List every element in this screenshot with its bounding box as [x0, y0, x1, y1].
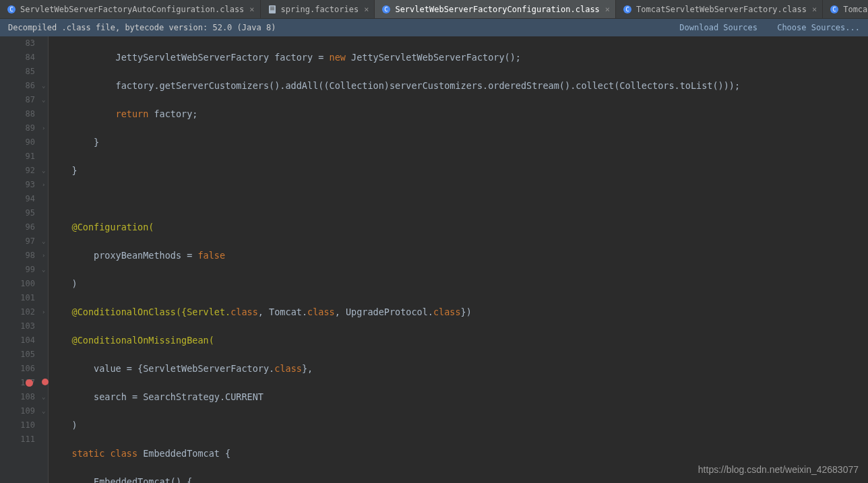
- breakpoint-marker[interactable]: [42, 379, 49, 385]
- svg-rect-4: [270, 8, 274, 9]
- choose-sources-link[interactable]: Choose Sources...: [777, 23, 860, 32]
- close-icon[interactable]: ×: [364, 5, 369, 14]
- download-sources-link[interactable]: Download Sources: [679, 23, 757, 32]
- class-icon: C: [830, 5, 839, 14]
- tab-label: TomcatWebServerFactoryCusto: [843, 5, 868, 14]
- tab-tomcat-servlet-factory[interactable]: C TomcatServletWebServerFactory.class ×: [616, 0, 823, 18]
- svg-text:C: C: [832, 6, 836, 13]
- fold-gutter: ⌄⌄›⌄›⌄›⌄›⌄⌄: [40, 36, 49, 483]
- svg-text:C: C: [625, 6, 629, 13]
- line-number-gutter: 8384858687888990919293949596979899100101…: [0, 36, 40, 483]
- close-icon[interactable]: ×: [249, 5, 254, 14]
- code-editor[interactable]: 8384858687888990919293949596979899100101…: [0, 36, 868, 483]
- class-icon: C: [7, 5, 16, 14]
- code-area[interactable]: JettyServletWebServerFactory factory = n…: [49, 36, 868, 483]
- class-icon: C: [623, 5, 632, 14]
- close-icon[interactable]: ×: [605, 5, 610, 14]
- class-icon: C: [381, 5, 391, 14]
- svg-rect-3: [270, 7, 274, 7]
- tab-tomcat-webserver-custo[interactable]: C TomcatWebServerFactoryCusto: [823, 0, 868, 18]
- tab-spring-factories[interactable]: spring.factories ×: [261, 0, 375, 18]
- svg-text:C: C: [9, 6, 13, 13]
- close-icon[interactable]: ×: [812, 5, 817, 14]
- tab-label: ServletWebServerFactoryConfiguration.cla…: [395, 5, 599, 14]
- tab-label: ServletWebServerFactoryAutoConfiguration…: [20, 5, 244, 14]
- tab-label: spring.factories: [281, 5, 359, 14]
- svg-text:C: C: [385, 6, 388, 13]
- svg-rect-5: [270, 9, 274, 10]
- decompiled-banner: Decompiled .class file, bytecode version…: [0, 19, 868, 36]
- tab-servlet-autoconf[interactable]: C ServletWebServerFactoryAutoConfigurati…: [0, 0, 261, 18]
- banner-message: Decompiled .class file, bytecode version…: [8, 23, 276, 32]
- watermark: https://blog.csdn.net/weixin_42683077: [698, 464, 859, 475]
- file-icon: [268, 5, 277, 14]
- editor-tabs: C ServletWebServerFactoryAutoConfigurati…: [0, 0, 868, 19]
- tab-servlet-config[interactable]: C ServletWebServerFactoryConfiguration.c…: [375, 0, 616, 18]
- tab-label: TomcatServletWebServerFactory.class: [636, 5, 807, 14]
- breakpoint-marker[interactable]: [26, 379, 33, 387]
